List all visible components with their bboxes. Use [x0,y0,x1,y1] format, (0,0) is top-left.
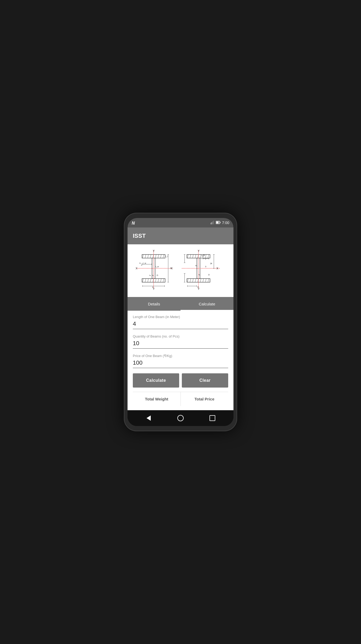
app-bar: ISST [128,227,233,244]
app-title: ISST [133,232,146,239]
svg-line-56 [195,255,196,258]
svg-text:h₂: h₂ [203,254,205,256]
status-time: 7:00 [222,221,229,225]
svg-line-27 [163,279,164,282]
svg-text:g: g [197,285,198,288]
status-bar: 7:00 [128,218,233,227]
result-row: Total Weight Total Price [133,392,228,406]
svg-text:b₁: b₁ [195,264,197,267]
price-label: Price of One Beam (₹/Kg) [133,354,228,358]
content-area: Length of One Beam (in Meter) 4 Quantity… [128,311,233,410]
svg-rect-2 [212,221,213,224]
quantity-value[interactable]: 10 [133,340,228,349]
phone-screen: 7:00 ISST [128,218,233,426]
price-field-group: Price of One Beam (₹/Kg) 100 [133,354,228,368]
svg-line-64 [187,279,188,282]
back-button[interactable] [143,413,154,423]
tab-details[interactable]: Details [128,297,180,311]
price-value[interactable]: 100 [133,359,228,368]
svg-text:b – t_w: b – t_w [139,262,146,264]
recents-button[interactable] [207,413,218,423]
svg-line-14 [158,255,159,258]
svg-line-20 [145,279,146,282]
svg-line-61 [208,255,209,258]
svg-line-24 [155,279,156,282]
svg-line-58 [200,255,201,258]
svg-line-13 [155,255,156,258]
svg-line-12 [153,255,154,258]
home-button[interactable] [175,413,186,423]
svg-line-21 [148,279,148,282]
svg-rect-3 [213,221,214,224]
svg-text:r₁: r₁ [152,274,154,276]
length-label: Length of One Beam (in Meter) [133,315,228,319]
clear-button[interactable]: Clear [182,373,228,388]
status-left [132,221,136,225]
length-value[interactable]: 4 [133,320,228,329]
svg-text:r₂: r₂ [149,274,151,276]
svg-line-25 [158,279,159,282]
svg-line-65 [190,279,191,282]
svg-text:4: 4 [141,264,142,266]
svg-text:h₁: h₁ [198,274,200,276]
svg-line-57 [198,255,198,258]
svg-line-54 [190,255,191,258]
svg-text:Y: Y [153,249,155,252]
svg-line-72 [208,279,209,282]
buttons-row: Calculate Clear [133,373,228,392]
svg-line-71 [205,279,206,282]
svg-text:t_w: t_w [156,265,159,268]
svg-text:X: X [216,267,218,270]
svg-line-15 [160,255,161,258]
navigation-bar [128,410,233,426]
status-right: 7:00 [211,221,229,225]
svg-text:D: D [157,274,158,276]
quantity-label: Quantity of Beams (no. of Pcs) [133,334,228,338]
svg-text:b: b [152,286,153,288]
tab-calculate[interactable]: Calculate [180,297,233,311]
svg-text:X: X [136,267,138,270]
nexus-logo-icon [132,221,136,225]
svg-rect-0 [211,223,211,224]
svg-line-53 [187,255,188,258]
svg-text:g₁: g₁ [210,262,212,264]
signal-icon [211,221,214,225]
svg-rect-1 [211,222,212,224]
svg-line-66 [193,279,193,282]
svg-line-55 [193,255,193,258]
phone-device: 7:00 ISST [124,213,237,431]
svg-line-9 [145,255,146,258]
svg-text:c: c [205,258,206,260]
svg-line-26 [160,279,161,282]
svg-text:D: D [208,274,210,276]
beam-diagram: Y Y X X b – t_w 4 t_f t_w h b r₂ r₁ [128,244,233,297]
svg-line-11 [150,255,151,258]
svg-line-8 [143,255,143,258]
svg-line-22 [150,279,151,282]
battery-icon [216,221,221,225]
svg-line-19 [143,279,143,282]
length-field-group: Length of One Beam (in Meter) 4 [133,315,228,329]
svg-rect-6 [220,222,220,223]
svg-line-10 [148,255,148,258]
svg-text:Y: Y [198,249,199,252]
tabs-container: Details Calculate [128,297,233,311]
svg-line-70 [203,279,204,282]
calculate-button[interactable]: Calculate [133,373,179,388]
quantity-field-group: Quantity of Beams (no. of Pcs) 10 [133,334,228,349]
svg-line-69 [200,279,201,282]
total-price-label: Total Price [181,392,228,406]
svg-line-67 [195,279,196,282]
svg-text:0: 0 [205,265,206,268]
total-weight-label: Total Weight [133,392,181,406]
svg-text:h: h [170,267,171,269]
svg-rect-5 [216,221,218,223]
svg-text:t_f: t_f [166,255,168,257]
svg-line-16 [163,255,164,258]
